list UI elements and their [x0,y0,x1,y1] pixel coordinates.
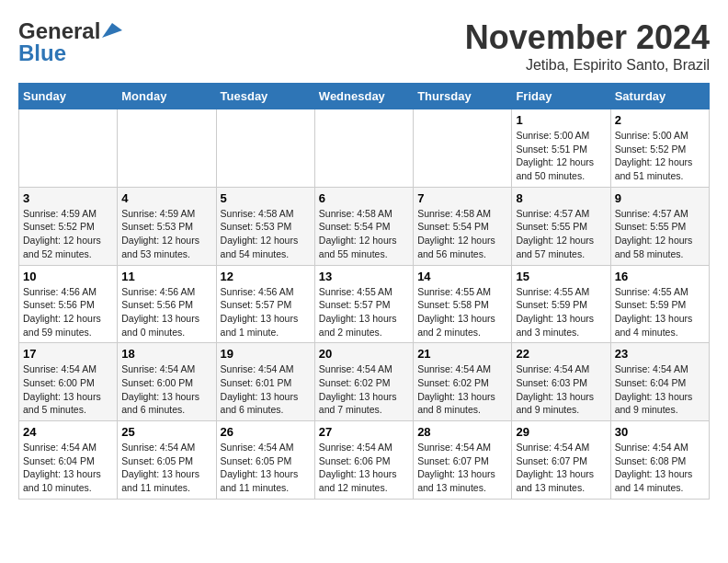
cell-0-3 [314,109,413,188]
cell-info: Sunrise: 5:00 AM Sunset: 5:52 PM Dayligh… [615,129,705,183]
cell-1-6: 9Sunrise: 4:57 AM Sunset: 5:55 PM Daylig… [610,187,709,265]
week-row-2: 10Sunrise: 4:56 AM Sunset: 5:56 PM Dayli… [19,265,710,343]
cell-1-0: 3Sunrise: 4:59 AM Sunset: 5:52 PM Daylig… [19,187,118,265]
cell-4-1: 25Sunrise: 4:54 AM Sunset: 6:05 PM Dayli… [118,421,216,500]
day-number: 27 [319,425,409,439]
cell-0-2 [216,109,314,188]
cell-2-0: 10Sunrise: 4:56 AM Sunset: 5:56 PM Dayli… [19,265,118,343]
cell-2-6: 16Sunrise: 4:55 AM Sunset: 5:59 PM Dayli… [610,265,709,343]
cell-info: Sunrise: 4:56 AM Sunset: 5:56 PM Dayligh… [23,285,113,339]
cell-0-5: 1Sunrise: 5:00 AM Sunset: 5:51 PM Daylig… [512,109,610,188]
cell-info: Sunrise: 4:54 AM Sunset: 6:00 PM Dayligh… [121,362,211,417]
cell-info: Sunrise: 4:54 AM Sunset: 6:02 PM Dayligh… [319,362,409,417]
cell-info: Sunrise: 4:55 AM Sunset: 5:58 PM Dayligh… [417,285,507,339]
cell-info: Sunrise: 4:54 AM Sunset: 6:02 PM Dayligh… [417,362,507,417]
calendar-table: SundayMondayTuesdayWednesdayThursdayFrid… [18,83,710,500]
day-number: 15 [516,270,606,283]
day-number: 4 [121,191,211,205]
day-number: 30 [615,425,705,439]
day-number: 3 [23,191,113,205]
cell-info: Sunrise: 5:00 AM Sunset: 5:51 PM Dayligh… [516,129,606,183]
col-header-sunday: Sunday [19,84,118,109]
cell-info: Sunrise: 4:59 AM Sunset: 5:53 PM Dayligh… [121,207,211,261]
day-number: 10 [23,270,113,283]
day-number: 23 [615,347,705,361]
col-header-tuesday: Tuesday [216,84,314,109]
cell-0-0 [19,109,118,188]
day-number: 11 [121,270,211,283]
cell-3-0: 17Sunrise: 4:54 AM Sunset: 6:00 PM Dayli… [19,343,118,421]
cell-3-4: 21Sunrise: 4:54 AM Sunset: 6:02 PM Dayli… [414,343,512,421]
cell-3-6: 23Sunrise: 4:54 AM Sunset: 6:04 PM Dayli… [610,343,709,421]
cell-3-1: 18Sunrise: 4:54 AM Sunset: 6:00 PM Dayli… [118,343,216,421]
cell-4-4: 28Sunrise: 4:54 AM Sunset: 6:07 PM Dayli… [414,421,512,500]
day-number: 21 [417,347,507,361]
cell-4-0: 24Sunrise: 4:54 AM Sunset: 6:04 PM Dayli… [19,421,118,500]
cell-info: Sunrise: 4:54 AM Sunset: 6:05 PM Dayligh… [221,441,311,495]
logo: General Blue [18,18,122,66]
svg-marker-0 [102,23,122,38]
col-header-monday: Monday [118,84,216,109]
cell-info: Sunrise: 4:54 AM Sunset: 6:08 PM Dayligh… [615,441,705,495]
cell-info: Sunrise: 4:54 AM Sunset: 6:01 PM Dayligh… [221,362,311,417]
cell-info: Sunrise: 4:54 AM Sunset: 6:04 PM Dayligh… [23,441,113,495]
day-number: 17 [23,347,113,361]
day-number: 26 [221,425,311,439]
day-number: 7 [417,191,507,205]
col-header-thursday: Thursday [414,84,512,109]
week-row-1: 3Sunrise: 4:59 AM Sunset: 5:52 PM Daylig… [19,187,710,265]
day-number: 5 [221,191,311,205]
cell-1-5: 8Sunrise: 4:57 AM Sunset: 5:55 PM Daylig… [512,187,610,265]
col-header-saturday: Saturday [610,84,709,109]
day-number: 1 [516,113,606,127]
week-row-4: 24Sunrise: 4:54 AM Sunset: 6:04 PM Dayli… [19,421,710,500]
cell-info: Sunrise: 4:54 AM Sunset: 6:00 PM Dayligh… [23,362,113,417]
day-number: 25 [121,425,211,439]
day-number: 20 [319,347,409,361]
cell-2-3: 13Sunrise: 4:55 AM Sunset: 5:57 PM Dayli… [314,265,413,343]
cell-info: Sunrise: 4:57 AM Sunset: 5:55 PM Dayligh… [516,207,606,261]
cell-info: Sunrise: 4:58 AM Sunset: 5:54 PM Dayligh… [319,207,409,261]
cell-info: Sunrise: 4:58 AM Sunset: 5:53 PM Dayligh… [221,207,311,261]
day-number: 22 [516,347,606,361]
logo-icon [102,23,122,38]
header-row: SundayMondayTuesdayWednesdayThursdayFrid… [19,84,710,109]
cell-info: Sunrise: 4:54 AM Sunset: 6:07 PM Dayligh… [516,441,606,495]
day-number: 28 [417,425,507,439]
day-number: 12 [221,270,311,283]
day-number: 14 [417,270,507,283]
cell-info: Sunrise: 4:58 AM Sunset: 5:54 PM Dayligh… [417,207,507,261]
cell-info: Sunrise: 4:56 AM Sunset: 5:56 PM Dayligh… [121,285,211,339]
cell-1-2: 5Sunrise: 4:58 AM Sunset: 5:53 PM Daylig… [216,187,314,265]
logo-blue: Blue [18,40,66,66]
cell-3-3: 20Sunrise: 4:54 AM Sunset: 6:02 PM Dayli… [314,343,413,421]
cell-info: Sunrise: 4:54 AM Sunset: 6:05 PM Dayligh… [121,441,211,495]
day-number: 16 [615,270,705,283]
title-section: November 2024 Jetiba, Espirito Santo, Br… [465,18,710,74]
cell-info: Sunrise: 4:54 AM Sunset: 6:07 PM Dayligh… [417,441,507,495]
cell-2-1: 11Sunrise: 4:56 AM Sunset: 5:56 PM Dayli… [118,265,216,343]
cell-info: Sunrise: 4:56 AM Sunset: 5:57 PM Dayligh… [221,285,311,339]
cell-2-4: 14Sunrise: 4:55 AM Sunset: 5:58 PM Dayli… [414,265,512,343]
day-number: 13 [319,270,409,283]
cell-0-4 [414,109,512,188]
cell-info: Sunrise: 4:54 AM Sunset: 6:03 PM Dayligh… [516,362,606,417]
day-number: 9 [615,191,705,205]
calendar-title: November 2024 [465,18,710,57]
cell-info: Sunrise: 4:59 AM Sunset: 5:52 PM Dayligh… [23,207,113,261]
day-number: 6 [319,191,409,205]
day-number: 19 [221,347,311,361]
cell-info: Sunrise: 4:54 AM Sunset: 6:06 PM Dayligh… [319,441,409,495]
cell-1-3: 6Sunrise: 4:58 AM Sunset: 5:54 PM Daylig… [314,187,413,265]
header: General Blue November 2024 Jetiba, Espir… [18,18,710,74]
day-number: 18 [121,347,211,361]
calendar-subtitle: Jetiba, Espirito Santo, Brazil [465,57,710,74]
cell-1-4: 7Sunrise: 4:58 AM Sunset: 5:54 PM Daylig… [414,187,512,265]
cell-info: Sunrise: 4:55 AM Sunset: 5:59 PM Dayligh… [516,285,606,339]
cell-4-6: 30Sunrise: 4:54 AM Sunset: 6:08 PM Dayli… [610,421,709,500]
cell-4-2: 26Sunrise: 4:54 AM Sunset: 6:05 PM Dayli… [216,421,314,500]
day-number: 8 [516,191,606,205]
col-header-friday: Friday [512,84,610,109]
cell-2-2: 12Sunrise: 4:56 AM Sunset: 5:57 PM Dayli… [216,265,314,343]
cell-4-5: 29Sunrise: 4:54 AM Sunset: 6:07 PM Dayli… [512,421,610,500]
